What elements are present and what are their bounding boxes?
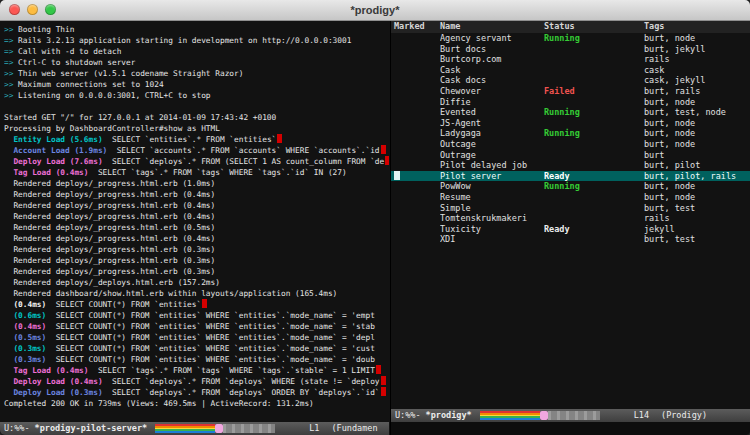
service-row[interactable]: Burtcorp.comrails xyxy=(391,54,750,65)
terminal-line: Rendered dashboard/show.html.erb within … xyxy=(4,288,389,299)
service-list[interactable]: Agency servantRunningburt, nodeBurt docs… xyxy=(391,33,750,245)
terminal-line: (0.4ms) SELECT COUNT(*) FROM `entities` xyxy=(4,299,389,310)
truncation-marker-icon xyxy=(381,376,386,385)
nyan-track xyxy=(548,411,600,420)
terminal-line: Deploy Load (0.3ms) SELECT `deploys`.* F… xyxy=(4,387,389,398)
terminal-output[interactable]: >> Booting Thin=> Rails 3.2.13 applicati… xyxy=(4,24,389,409)
service-tags: burt, pilot, rails xyxy=(644,171,750,182)
service-status: Failed xyxy=(544,86,644,97)
truncation-marker-icon xyxy=(385,156,389,165)
terminal-line: Rendered deploys/_progress.html.erb (0.4… xyxy=(4,189,389,200)
nyan-cat-icon xyxy=(215,424,223,433)
service-name: Simple xyxy=(440,203,544,214)
service-row[interactable]: Resumeburt, node xyxy=(391,192,750,203)
service-name: Burt docs xyxy=(440,44,544,55)
terminal-line: Rendered deploys/_deploys.html.erb (157.… xyxy=(4,277,389,288)
marked-cell xyxy=(394,234,440,245)
terminal-line: Rendered deploys/_progress.html.erb (0.3… xyxy=(4,255,389,266)
service-status: Ready xyxy=(544,224,644,235)
service-name: Outrage xyxy=(440,150,544,161)
service-status xyxy=(544,203,644,214)
zoom-button[interactable] xyxy=(45,4,56,15)
marked-cell xyxy=(394,118,440,129)
terminal-line: Rendered deploys/_progress.html.erb (0.4… xyxy=(4,233,389,244)
terminal-line: (0.6ms) SELECT COUNT(*) FROM `entities` … xyxy=(4,310,389,321)
service-name: Cask xyxy=(440,65,544,76)
service-name: Outcage xyxy=(440,139,544,150)
marked-cell xyxy=(394,224,440,235)
service-tags: burt, test xyxy=(644,203,750,214)
modeline-line-number: L1 xyxy=(309,422,319,435)
right-modeline: U:%%-*prodigy* L14 (Prodigy) xyxy=(391,409,750,422)
titlebar[interactable]: *prodigy* xyxy=(0,0,750,21)
service-name: Tuxicity xyxy=(440,224,544,235)
service-row[interactable]: PowWowRunningburt, node xyxy=(391,181,750,192)
service-tags: burt, node xyxy=(644,97,750,108)
marked-cell xyxy=(394,107,440,118)
service-row[interactable]: Cask docscask, jekyll xyxy=(391,75,750,86)
marked-cell xyxy=(394,160,440,171)
modeline-flags: U:%%- xyxy=(4,422,30,435)
marked-cell xyxy=(394,33,440,44)
service-status: Running xyxy=(544,107,644,118)
service-tags: burt, node xyxy=(644,128,750,139)
service-row[interactable]: Diffieburt, node xyxy=(391,97,750,108)
server-log-pane[interactable]: >> Booting Thin=> Rails 3.2.13 applicati… xyxy=(0,21,389,435)
service-row[interactable]: TuxicityReadyjekyll xyxy=(391,224,750,235)
marked-cell xyxy=(394,150,440,161)
service-row[interactable]: Pilot delayed jobburt, pilot xyxy=(391,160,750,171)
service-row[interactable]: Pilot serverReadyburt, pilot, rails xyxy=(391,171,750,182)
close-button[interactable] xyxy=(9,4,20,15)
service-tags: cask xyxy=(644,65,750,76)
service-row[interactable]: ChewoverFailedburt, rails xyxy=(391,86,750,97)
marked-cell xyxy=(394,97,440,108)
modeline-buffer-name: *prodigy-pilot-server* xyxy=(35,422,148,435)
terminal-line: Processing by DashboardController#show a… xyxy=(4,123,389,134)
service-status xyxy=(544,213,644,224)
terminal-line: Rendered deploys/_progress.html.erb (0.4… xyxy=(4,211,389,222)
service-row[interactable]: Tomtenskrukmakerirails xyxy=(391,213,750,224)
nyan-track xyxy=(223,424,275,433)
service-row[interactable]: EventedRunningburt, test, node xyxy=(391,107,750,118)
marked-cell xyxy=(394,54,440,65)
service-status xyxy=(544,54,644,65)
service-row[interactable]: Agency servantRunningburt, node xyxy=(391,33,750,44)
service-name: Burtcorp.com xyxy=(440,54,544,65)
terminal-line: (0.4ms) SELECT COUNT(*) FROM `entities` … xyxy=(4,321,389,332)
service-name: Resume xyxy=(440,192,544,203)
truncation-marker-icon xyxy=(277,134,282,143)
marked-cell xyxy=(394,139,440,150)
service-status xyxy=(544,65,644,76)
prodigy-pane[interactable]: Marked Name Status Tags Agency servantRu… xyxy=(390,21,750,435)
marked-cell xyxy=(394,65,440,76)
terminal-line: => Rails 3.2.13 application starting in … xyxy=(4,35,389,46)
service-row[interactable]: Caskcask xyxy=(391,65,750,76)
terminal-line: (0.3ms) SELECT COUNT(*) FROM `entities` … xyxy=(4,354,389,365)
terminal-line: Tag Load (0.4ms) SELECT `tags`.* FROM `t… xyxy=(4,365,389,376)
service-row[interactable]: Simpleburt, test xyxy=(391,203,750,214)
service-status xyxy=(544,192,644,203)
service-status xyxy=(544,75,644,86)
terminal-line: Account Load (1.9ms) SELECT `accounts`.*… xyxy=(4,145,389,156)
cursor-block xyxy=(394,171,400,180)
service-row[interactable]: JS-Agentburt, node xyxy=(391,118,750,129)
truncation-marker-icon xyxy=(376,365,381,374)
service-status xyxy=(544,44,644,55)
marked-cell xyxy=(394,75,440,86)
nyan-progress xyxy=(155,424,275,433)
modeline-buffer-name: *prodigy* xyxy=(426,409,472,422)
terminal-line: => Ctrl-C to shutdown server xyxy=(4,57,389,68)
header-tags: Tags xyxy=(644,21,750,33)
service-row[interactable]: Burt docsburt, jekyll xyxy=(391,44,750,55)
service-row[interactable]: XDIburt, test xyxy=(391,234,750,245)
service-tags: burt, node xyxy=(644,33,750,44)
service-tags: rails xyxy=(644,213,750,224)
service-row[interactable]: LadygagaRunningburt, node xyxy=(391,128,750,139)
nyan-progress xyxy=(480,411,600,420)
minimize-button[interactable] xyxy=(27,4,38,15)
service-row[interactable]: Outcageburt, node xyxy=(391,139,750,150)
service-row[interactable]: Outrageburt xyxy=(391,150,750,161)
terminal-line: Rendered deploys/_progress.html.erb (0.3… xyxy=(4,266,389,277)
modeline-major-mode: (Fundamen xyxy=(331,422,377,435)
left-modeline: U:%%-*prodigy-pilot-server* L1 (Fundamen xyxy=(0,422,389,435)
